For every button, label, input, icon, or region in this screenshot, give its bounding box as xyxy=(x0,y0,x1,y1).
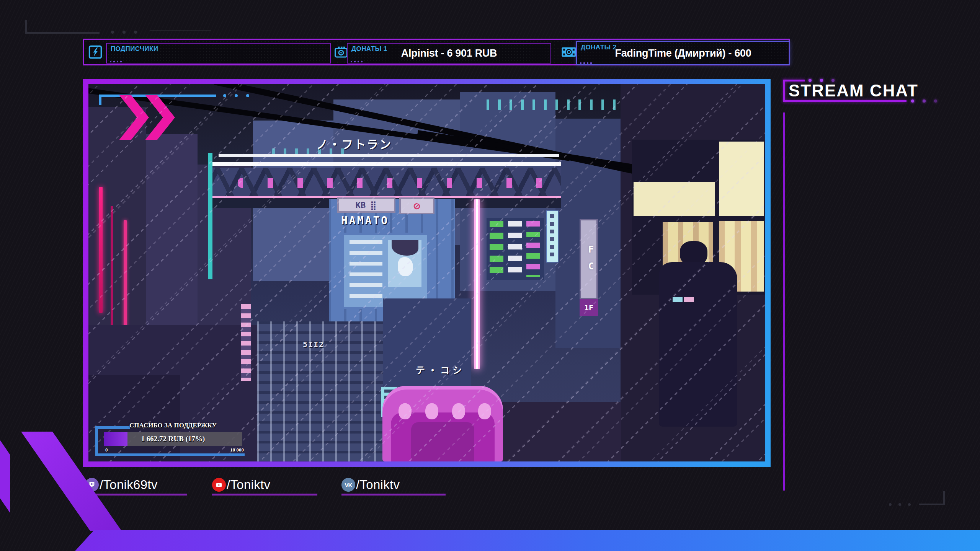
art-window-pane xyxy=(719,142,764,217)
dots-decoration-top xyxy=(111,31,137,34)
social-underline xyxy=(85,494,187,496)
board-portrait xyxy=(388,240,421,287)
no-entry-glyph: ⊘ xyxy=(414,200,420,212)
donations2-value: FadingTime (Дмиртий) - 600 xyxy=(577,47,789,59)
goal-scale-max: 10 000 xyxy=(230,447,244,453)
art-window-grid-building xyxy=(487,218,544,280)
social-link-youtube[interactable]: /Toniktv xyxy=(212,478,270,499)
goal-scale-min: 0 xyxy=(105,447,108,453)
art-neon-stripe xyxy=(111,206,113,344)
art-neon-stripe xyxy=(99,187,103,313)
art-bracket-dots xyxy=(223,94,249,97)
donations2-widget: ДОНАТЫ 2 FadingTime (Дмиртий) - 600 xyxy=(576,41,790,65)
portrait-hair xyxy=(392,240,418,256)
art-beam xyxy=(219,154,559,157)
corner-bracket-bottom-right xyxy=(943,491,945,505)
one-f-text: 1F xyxy=(584,303,593,312)
art-magenta-arch xyxy=(382,386,503,461)
corner-bracket-top-left xyxy=(25,20,27,34)
art-cyan-sign xyxy=(546,210,559,262)
art-window-mullion xyxy=(632,216,765,221)
art-sign-hamato: HAMATO xyxy=(341,214,389,227)
art-sign-kb: КВ⣿ xyxy=(337,197,395,213)
art-1f-badge: 1F xyxy=(580,299,598,316)
art-corner-bracket xyxy=(99,95,101,105)
subscriber-icon xyxy=(88,45,103,59)
game-capture-frame: ノ・フトラン КВ⣿ ⊘ HAMATO xyxy=(83,79,771,467)
art-fc-sign: FC xyxy=(580,219,598,299)
chat-underline xyxy=(783,100,906,102)
arch-opening xyxy=(411,422,474,461)
art-sign-digits: 5II2 xyxy=(303,340,324,349)
corner-bracket-bottom-right-line xyxy=(919,504,945,505)
board-lines xyxy=(350,240,382,302)
youtube-icon xyxy=(212,478,226,492)
art-ladder-lights xyxy=(241,304,251,381)
stream-chat-title: STREAM CHAT xyxy=(789,81,918,100)
social-underline xyxy=(212,494,317,496)
goal-scale: 0 10 000 xyxy=(105,447,244,453)
art-pink-neon-core xyxy=(476,199,478,369)
vk-icon: VK xyxy=(341,478,355,492)
figure-body xyxy=(659,262,737,427)
goal-progress-bar: 1 662.72 RUB (17%) xyxy=(104,432,242,446)
donation-goal-widget: СПАСИБО ЗА ПОДДЕРЖКУ 1 662.72 RUB (17%) … xyxy=(95,422,249,460)
social-underline xyxy=(341,494,446,496)
goal-title: СПАСИБО ЗА ПОДДЕРЖКУ xyxy=(110,422,236,429)
kb-text: КВ xyxy=(356,201,366,210)
donations1-value: Alpinist - 6 901 RUB xyxy=(348,47,550,59)
vk-handle: /Toniktv xyxy=(356,478,400,492)
corner-bracket-top-left-line xyxy=(25,32,100,34)
footer-gradient-band xyxy=(0,530,980,551)
grid-col xyxy=(526,221,540,277)
dots-decoration-bottom xyxy=(889,503,911,506)
donations1-widget: ДОНАТЫ 1 Alpinist - 6 901 RUB xyxy=(347,43,551,64)
arch-light xyxy=(399,403,412,419)
youtube-handle: /Toniktv xyxy=(227,478,270,492)
chat-dots-right xyxy=(911,99,937,103)
subscribers-widget: ПОДПИСЧИКИ xyxy=(106,43,331,64)
cyan-sign-glyphs xyxy=(550,214,554,259)
arch-light xyxy=(452,403,465,419)
figure-glasses-cyan xyxy=(673,297,683,302)
art-teal-column xyxy=(208,153,212,279)
alerts-top-bar: ПОДПИСЧИКИ ДОНАТЫ 1 Alpinist - 6 901 RUB… xyxy=(83,39,790,65)
corner-dots xyxy=(110,61,122,62)
art-window-row xyxy=(487,99,624,110)
art-beam xyxy=(211,162,561,166)
chat-vertical-line xyxy=(783,112,785,491)
arch-light xyxy=(478,403,491,419)
stream-overlay-scene: ПОДПИСЧИКИ ДОНАТЫ 1 Alpinist - 6 901 RUB… xyxy=(0,0,980,551)
art-window-pane xyxy=(634,182,715,217)
banknote-icon xyxy=(561,46,577,58)
subscribers-label: ПОДПИСЧИКИ xyxy=(111,45,158,53)
art-neon-stripe xyxy=(124,220,127,335)
vk-icon-text: VK xyxy=(345,482,352,488)
art-lights-row xyxy=(238,178,555,188)
art-sign-no-entry: ⊘ xyxy=(399,197,434,214)
chat-bracket-left xyxy=(783,80,785,102)
goal-value: 1 662.72 RUB (17%) xyxy=(104,435,242,443)
art-notice-board xyxy=(342,233,429,309)
grid-col xyxy=(508,221,522,277)
arch-light xyxy=(425,403,438,419)
camera-icon xyxy=(334,46,348,59)
art-foreground-roof xyxy=(502,402,621,461)
art-sign-kana-top: ノ・フトラン xyxy=(316,135,392,152)
figure-glasses-pink xyxy=(684,297,694,302)
twitch-handle: /Tonik69tv xyxy=(100,478,158,492)
grid-col xyxy=(490,221,503,277)
corner-dots xyxy=(580,62,592,64)
art-figure-silhouette xyxy=(644,235,751,461)
corner-dots xyxy=(351,61,363,62)
art-sign-kana-bottom: テ・コシ xyxy=(416,363,465,376)
faint-line-top xyxy=(150,30,211,31)
footer-diagonal-sliver xyxy=(0,440,10,513)
social-link-vk[interactable]: VK /Toniktv xyxy=(341,478,400,499)
portrait-face xyxy=(398,257,413,276)
game-capture-art: ノ・フトラン КВ⣿ ⊘ HAMATO xyxy=(88,84,765,461)
